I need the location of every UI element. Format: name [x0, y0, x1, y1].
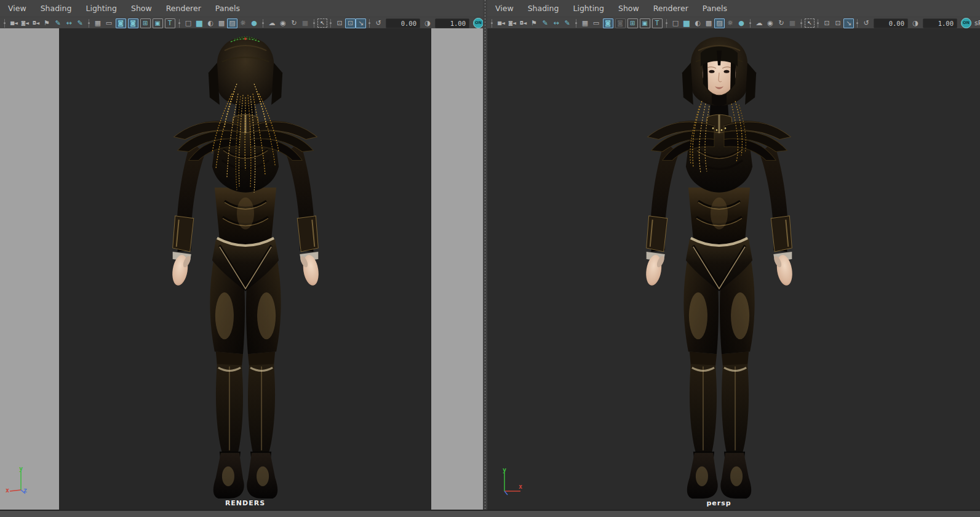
- isolate-select-icon[interactable]: ↖: [805, 18, 815, 28]
- shade-textured-cube-icon[interactable]: ▩: [216, 18, 227, 28]
- grease-pencil-icon[interactable]: ✎: [74, 18, 86, 28]
- ambient-occlusion-icon[interactable]: ■: [300, 18, 311, 28]
- select-camera-icon[interactable]: ■◄: [8, 18, 19, 28]
- fog-icon[interactable]: ☁: [754, 18, 765, 28]
- anti-alias-icon[interactable]: ↻: [289, 18, 300, 28]
- pan-zoom-icon[interactable]: ↔: [63, 18, 74, 28]
- menu-shading[interactable]: Shading: [528, 4, 559, 13]
- menu-panels[interactable]: Panels: [703, 4, 727, 13]
- bookmark-icon[interactable]: ⚑: [528, 18, 540, 28]
- menu-view[interactable]: View: [495, 4, 514, 13]
- toolbar-separator: [490, 19, 493, 28]
- smooth-shade-icon[interactable]: ■: [194, 18, 205, 28]
- depth-of-field-icon[interactable]: ◉: [765, 18, 776, 28]
- xray-icon[interactable]: ⊡: [821, 18, 832, 28]
- gamma-icon: ◑: [422, 18, 433, 28]
- toolbar-separator: [313, 19, 316, 28]
- camera-name-label: persp: [706, 499, 731, 507]
- svg-text:x: x: [6, 487, 9, 494]
- grid-icon[interactable]: ▦: [580, 18, 591, 28]
- axis-gizmo: y x: [496, 468, 525, 497]
- grease-pencil-icon[interactable]: ✎: [562, 18, 573, 28]
- menu-show[interactable]: Show: [131, 4, 152, 13]
- exposure-field[interactable]: 0.00: [874, 18, 908, 28]
- gamma-icon: ◑: [910, 18, 921, 28]
- shade-textured-cube-icon[interactable]: ▩: [703, 18, 714, 28]
- lock-camera-icon[interactable]: ◙◄: [506, 18, 517, 28]
- toolbar-separator: [856, 19, 859, 28]
- gamma-field[interactable]: 1.00: [923, 18, 957, 28]
- resolution-gate-icon[interactable]: ◙: [116, 18, 126, 28]
- lights-icon[interactable]: ☼: [725, 18, 736, 28]
- menu-shading[interactable]: Shading: [41, 4, 72, 13]
- viewport-renders[interactable]: RENDERS y x z: [0, 28, 483, 510]
- color-management-toggle[interactable]: ON: [473, 18, 483, 28]
- select-camera-icon[interactable]: ■◄: [495, 18, 506, 28]
- lights-icon[interactable]: ☼: [237, 18, 249, 28]
- exposure-field[interactable]: 0.00: [386, 18, 420, 28]
- field-chart-icon[interactable]: ⊞: [627, 18, 638, 28]
- camera-name-label: RENDERS: [225, 499, 265, 507]
- toolbar-separator: [3, 19, 6, 28]
- toolbar-separator: [665, 19, 668, 28]
- axis-gizmo: y x z: [5, 467, 34, 496]
- menu-renderer[interactable]: Renderer: [653, 4, 688, 13]
- gate-mask-icon[interactable]: ◙: [615, 18, 626, 28]
- shadows-icon[interactable]: ●: [249, 18, 260, 28]
- depth-of-field-icon[interactable]: ◉: [277, 18, 289, 28]
- svg-text:y: y: [503, 468, 506, 473]
- field-chart-icon[interactable]: ⊞: [140, 18, 151, 28]
- selection-highlight-icon[interactable]: ↘: [356, 18, 366, 28]
- menu-panels[interactable]: Panels: [215, 4, 240, 13]
- panel-divider[interactable]: [483, 0, 487, 510]
- menu-lighting[interactable]: Lighting: [86, 4, 117, 13]
- smooth-shade-icon[interactable]: ■: [681, 18, 692, 28]
- safe-title-icon[interactable]: T: [165, 18, 175, 28]
- camera-attributes-icon[interactable]: ◘◄: [517, 18, 528, 28]
- xray-joints-icon[interactable]: ⊡: [832, 18, 843, 28]
- resolution-gate-icon[interactable]: ◙: [603, 18, 613, 28]
- shade-textured-ball-icon[interactable]: ◐: [692, 18, 703, 28]
- toolbar-separator: [368, 19, 371, 28]
- safe-title-icon[interactable]: T: [652, 18, 663, 28]
- pan-zoom-icon[interactable]: ↔: [551, 18, 562, 28]
- use-default-material-icon[interactable]: ▨: [227, 18, 237, 28]
- wireframe-icon[interactable]: □: [183, 18, 194, 28]
- exposure-icon: ↺: [373, 18, 384, 28]
- bookmark-icon[interactable]: ⚑: [41, 18, 52, 28]
- svg-text:z: z: [23, 487, 27, 494]
- menu-lighting[interactable]: Lighting: [573, 4, 604, 13]
- shadows-icon[interactable]: ●: [736, 18, 747, 28]
- xray-icon[interactable]: ⊡: [334, 18, 345, 28]
- color-management-toggle[interactable]: ON: [961, 18, 971, 28]
- selection-highlight-icon[interactable]: ↘: [843, 18, 854, 28]
- grid-icon[interactable]: ▦: [92, 18, 103, 28]
- safe-action-icon[interactable]: ▣: [640, 18, 650, 28]
- toolbar-separator: [800, 19, 803, 28]
- image-plane-icon[interactable]: ✎: [52, 18, 63, 28]
- camera-attributes-icon[interactable]: ◘◄: [30, 18, 41, 28]
- xray-joints-icon[interactable]: ⊡: [345, 18, 356, 28]
- anti-alias-icon[interactable]: ↻: [776, 18, 787, 28]
- menu-show[interactable]: Show: [618, 4, 639, 13]
- film-gate-icon[interactable]: ▭: [591, 18, 602, 28]
- toolbar-separator: [87, 19, 90, 28]
- resolution-gate-area[interactable]: RENDERS: [59, 28, 431, 510]
- isolate-select-icon[interactable]: ↖: [317, 18, 327, 28]
- menu-view[interactable]: View: [8, 4, 26, 13]
- use-default-material-icon[interactable]: ▨: [714, 18, 725, 28]
- toolbar-separator: [749, 19, 752, 28]
- shade-textured-ball-icon[interactable]: ◐: [205, 18, 216, 28]
- gate-mask-icon[interactable]: ◙: [128, 18, 138, 28]
- gamma-field[interactable]: 1.00: [435, 18, 469, 28]
- viewport-persp[interactable]: persp y x: [487, 28, 980, 510]
- safe-action-icon[interactable]: ▣: [153, 18, 163, 28]
- wireframe-icon[interactable]: □: [670, 18, 681, 28]
- menu-renderer[interactable]: Renderer: [166, 4, 201, 13]
- ambient-occlusion-icon[interactable]: ■: [787, 18, 798, 28]
- film-gate-icon[interactable]: ▭: [103, 18, 114, 28]
- toolbar-separator: [575, 19, 578, 28]
- lock-camera-icon[interactable]: ◙◄: [19, 18, 30, 28]
- fog-icon[interactable]: ☁: [266, 18, 277, 28]
- image-plane-icon[interactable]: ✎: [540, 18, 551, 28]
